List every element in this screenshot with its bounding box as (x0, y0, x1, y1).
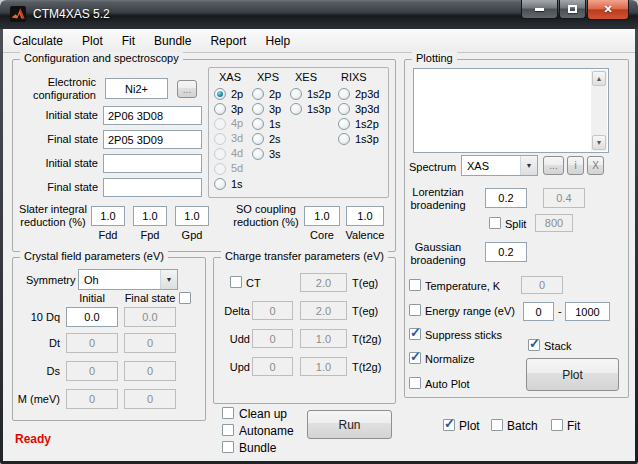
radio-icon (290, 103, 302, 115)
fit-mode-checkbox[interactable] (551, 419, 563, 431)
radio-xas-3p[interactable]: 3p (214, 101, 243, 116)
radio-xps-2s[interactable]: 2s (252, 131, 281, 146)
energy-from-input[interactable]: 0 (523, 302, 554, 321)
ct-teg-input: 2.0 (300, 273, 347, 292)
split-checkbox[interactable] (489, 217, 501, 229)
radio-xas-2p[interactable]: 2p (214, 86, 243, 101)
title-bar: CTM4XAS 5.2 ✕ (0, 0, 638, 29)
maximize-button[interactable] (559, 0, 586, 19)
rixs-column-header: RIXS (341, 71, 367, 84)
radio-rixs-1s2p[interactable]: 1s2p (338, 116, 379, 131)
radio-xps-3p[interactable]: 3p (252, 101, 281, 116)
electronic-configuration-label: Electronic configuration (20, 76, 96, 102)
window-title: CTM4XAS 5.2 (33, 7, 110, 21)
initial-state-label-1: Initial state (20, 109, 98, 122)
plot-button[interactable]: Plot (526, 358, 619, 391)
radio-rixs-2p3d[interactable]: 2p3d (338, 86, 379, 101)
slater-fpd-input[interactable]: 1.0 (133, 206, 167, 226)
menu-bundle[interactable]: Bundle (154, 34, 191, 48)
listbox-scrollbar[interactable] (591, 70, 607, 151)
temperature-checkbox[interactable] (409, 279, 421, 291)
radio-label: 5d (231, 162, 243, 175)
scroll-up-icon[interactable] (592, 71, 606, 86)
final-state-input-1[interactable]: 2P05 3D09 (103, 130, 202, 149)
final-state-input-2[interactable] (103, 178, 202, 197)
udd-label: Udd (215, 333, 250, 346)
radio-icon (252, 88, 264, 100)
radio-xps-3s[interactable]: 3s (252, 146, 281, 161)
radio-xps-2p[interactable]: 2p (252, 86, 281, 101)
radio-icon (214, 178, 226, 190)
final-state-enable-checkbox[interactable] (179, 292, 191, 304)
batch-mode-label: Batch (507, 420, 538, 433)
suppress-sticks-checkbox[interactable] (409, 328, 421, 340)
spectrum-info-button[interactable]: i (567, 156, 584, 175)
stack-checkbox[interactable] (528, 339, 540, 351)
menu-calculate[interactable]: Calculate (13, 34, 63, 48)
ct-checkbox[interactable] (230, 276, 242, 288)
radio-xps-1s[interactable]: 1s (252, 116, 281, 131)
initial-state-input-1[interactable]: 2P06 3D08 (103, 106, 202, 125)
autoname-checkbox[interactable] (222, 424, 234, 436)
element-browse-button[interactable]: ... (177, 80, 197, 98)
menu-plot[interactable]: Plot (82, 34, 103, 48)
energy-range-label: Energy range (eV) (425, 305, 515, 318)
plot-mode-checkbox[interactable] (443, 419, 455, 431)
m-mev-label: M (meV) (14, 393, 60, 406)
scroll-down-icon[interactable] (592, 135, 606, 150)
ds-label: Ds (14, 365, 60, 378)
radio-rixs-3p3d[interactable]: 3p3d (338, 101, 379, 116)
slater-fdd-input[interactable]: 1.0 (91, 206, 125, 226)
lorentzian-input[interactable]: 0.2 (485, 188, 527, 208)
clean-up-checkbox[interactable] (222, 407, 234, 419)
radio-label: 4d (231, 147, 243, 160)
menu-report[interactable]: Report (210, 34, 246, 48)
spectrum-dropdown[interactable]: XAS (461, 155, 538, 176)
so-core-input[interactable]: 1.0 (304, 206, 340, 226)
lorentzian-input-2: 0.4 (543, 188, 585, 208)
energy-range-checkbox[interactable] (409, 304, 421, 316)
minimize-button[interactable] (521, 0, 558, 19)
ten-dq-initial-input[interactable]: 0.0 (66, 307, 118, 327)
so-valence-input[interactable]: 1.0 (346, 206, 384, 226)
batch-mode-checkbox[interactable] (491, 419, 503, 431)
radio-label: 1s (231, 178, 243, 190)
normalize-checkbox[interactable] (409, 352, 421, 364)
radio-icon (338, 88, 350, 100)
radio-disabled-icon (214, 118, 226, 130)
gaussian-input[interactable]: 0.2 (485, 242, 527, 262)
upd-label: Upd (215, 361, 250, 374)
close-button[interactable]: ✕ (587, 0, 629, 20)
radio-icon (252, 148, 264, 160)
group-crystal-field-title: Crystal field parameters (eV) (20, 250, 168, 262)
spectrum-browse-button[interactable]: ... (543, 156, 564, 175)
spectrum-delete-button[interactable]: X (587, 156, 604, 175)
menu-help[interactable]: Help (265, 34, 290, 48)
radio-xes-1s2p[interactable]: 1s2p (290, 86, 331, 101)
radio-xes-1s3p[interactable]: 1s3p (290, 101, 331, 116)
matlab-app-icon (10, 6, 26, 22)
radio-icon (214, 103, 226, 115)
udd-t2g-input: 1.0 (300, 329, 347, 348)
run-button[interactable]: Run (307, 410, 392, 439)
delta-input: 0 (252, 301, 293, 320)
xps-radio-column: 2p 3p 1s 2s 3s (252, 86, 281, 161)
status-ready: Ready (15, 432, 51, 446)
auto-plot-checkbox[interactable] (409, 377, 421, 389)
electronic-configuration-input[interactable]: Ni2+ (105, 78, 168, 99)
spectra-listbox[interactable] (413, 68, 609, 153)
radio-xas-5d: 5d (214, 161, 243, 176)
radio-label: 1s3p (307, 103, 331, 115)
radio-icon (252, 133, 264, 145)
ten-dq-final-input: 0.0 (124, 307, 176, 327)
energy-to-input[interactable]: 1000 (565, 302, 610, 321)
radio-xas-1s[interactable]: 1s (214, 176, 243, 191)
initial-state-input-2[interactable] (103, 154, 202, 173)
bundle-checkbox[interactable] (222, 441, 234, 453)
radio-icon (252, 118, 264, 130)
menu-fit[interactable]: Fit (122, 34, 135, 48)
radio-rixs-1s3p[interactable]: 1s3p (338, 131, 379, 146)
slater-gpd-input[interactable]: 1.0 (175, 206, 209, 226)
dropdown-arrow-icon (160, 270, 177, 289)
symmetry-dropdown[interactable]: Oh (78, 269, 178, 290)
